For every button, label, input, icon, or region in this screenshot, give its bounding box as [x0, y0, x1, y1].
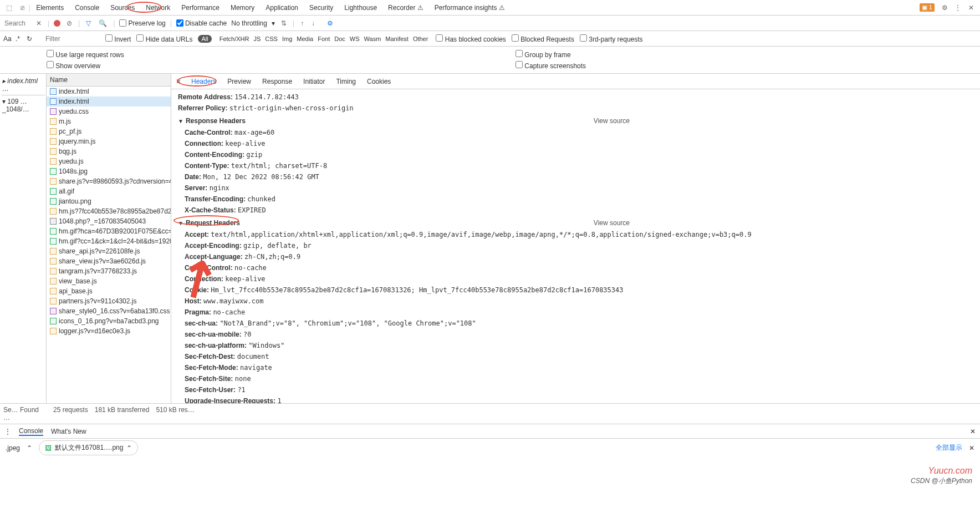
filter-type-other[interactable]: Other	[411, 35, 431, 42]
request-row[interactable]: m.js	[47, 116, 171, 126]
request-headers-section[interactable]: ▼Request HeadersView source	[178, 216, 973, 229]
file-tab[interactable]: ▸ index.html …	[1, 75, 45, 95]
filter-type-media[interactable]: Media	[294, 35, 315, 42]
request-row[interactable]: share.js?v=89860593.js?cdnversion=4641…	[47, 176, 171, 186]
request-row[interactable]: all.gif	[47, 186, 171, 196]
large-rows-checkbox[interactable]: Use large request rows	[47, 49, 507, 60]
match-case-icon[interactable]: Aa	[3, 35, 12, 43]
capture-screenshots-checkbox[interactable]: Capture screenshots	[515, 60, 976, 71]
settings-icon[interactable]: ⚙	[938, 4, 951, 12]
tab-timing[interactable]: Timing	[330, 78, 361, 85]
request-row[interactable]: jquery.min.js	[47, 136, 171, 146]
close-detail-icon[interactable]: ✕	[171, 78, 186, 85]
invert-checkbox[interactable]: Invert	[105, 34, 131, 43]
request-row[interactable]: icons_0_16.png?v=ba7acbd3.png	[47, 316, 171, 326]
filter-icon[interactable]: ▽	[84, 19, 93, 27]
disable-cache-checkbox[interactable]: Disable cache	[176, 19, 227, 27]
view-source-response[interactable]: View source	[594, 117, 630, 125]
clear-icon[interactable]: ⊘	[65, 19, 74, 27]
drawer-close-icon[interactable]: ✕	[970, 428, 976, 435]
request-row[interactable]: hm.gif?hca=467D3B92001F075E&cc=1&c…	[47, 226, 171, 236]
filter-input[interactable]	[44, 34, 100, 44]
tab-sources[interactable]: Sources	[105, 0, 140, 16]
request-row[interactable]: yuedu.js	[47, 156, 171, 166]
request-row[interactable]: view_base.js	[47, 276, 171, 286]
filter-type-img[interactable]: Img	[280, 35, 294, 42]
filter-type-css[interactable]: CSS	[263, 35, 280, 42]
request-row[interactable]: 1048.php?_=1670835405043	[47, 216, 171, 226]
find-icon[interactable]: 🔍	[97, 19, 109, 27]
request-row[interactable]: api_base.js	[47, 286, 171, 296]
network-conditions-icon[interactable]: ⇅	[279, 19, 288, 27]
throttling-select[interactable]: No throttling	[231, 19, 267, 27]
regex-icon[interactable]: .*	[16, 35, 20, 43]
search-input[interactable]	[2, 18, 30, 28]
filter-all[interactable]: All	[198, 35, 211, 43]
request-row[interactable]: index.html	[47, 96, 171, 106]
refresh-icon[interactable]: ↻	[27, 35, 32, 43]
request-row[interactable]: hm.js?7fcc40b553e78c8955a2be87d2c8cf…	[47, 206, 171, 216]
network-settings-icon[interactable]: ⚙	[325, 19, 335, 27]
tab-security[interactable]: Security	[304, 0, 339, 16]
request-row[interactable]: 1048s.jpg	[47, 166, 171, 176]
filter-type-ws[interactable]: WS	[348, 35, 362, 42]
tab-console[interactable]: Console	[69, 0, 105, 16]
drawer-whatsnew[interactable]: What's New	[51, 428, 86, 435]
request-row[interactable]: bqg.js	[47, 146, 171, 156]
device-icon[interactable]: ⎚	[16, 4, 29, 12]
tab-response[interactable]: Response	[257, 78, 298, 85]
request-row[interactable]: yuedu.css	[47, 106, 171, 116]
tab-elements[interactable]: Elements	[30, 0, 69, 16]
filter-type-font[interactable]: Font	[315, 35, 332, 42]
filter-type-manifest[interactable]: Manifest	[383, 35, 411, 42]
tab-headers[interactable]: Headers	[186, 78, 222, 85]
upload-icon[interactable]: ↑	[299, 19, 305, 27]
drawer-console[interactable]: Console	[19, 427, 43, 436]
tab-memory[interactable]: Memory	[225, 0, 260, 16]
download-chip[interactable]: 🖼 默认文件167081….png ⌃	[39, 440, 138, 455]
request-row[interactable]: index.html	[47, 87, 171, 96]
chevron-up-icon[interactable]: ⌃	[27, 444, 32, 452]
preserve-log-checkbox[interactable]: Preserve log	[119, 19, 165, 27]
more-icon[interactable]: ⋮	[951, 4, 964, 12]
inspect-icon[interactable]: ⬚	[2, 4, 16, 12]
request-row[interactable]: pc_pf.js	[47, 126, 171, 136]
request-row[interactable]: hm.gif?cc=1&ck=1&cl=24-bit&ds=1920x…	[47, 236, 171, 246]
drawer-more-icon[interactable]: ⋮	[4, 428, 11, 435]
tab-network[interactable]: Network	[140, 0, 176, 16]
tab-performance[interactable]: Performance	[176, 0, 225, 16]
filter-type-js[interactable]: JS	[251, 35, 263, 42]
third-party-checkbox[interactable]: 3rd-party requests	[580, 34, 643, 43]
request-row[interactable]: share_style0_16.css?v=6aba13f0.css	[47, 306, 171, 316]
show-all-downloads[interactable]: 全部显示	[936, 443, 962, 453]
tab-preview[interactable]: Preview	[222, 78, 257, 85]
group-frame-checkbox[interactable]: Group by frame	[515, 49, 976, 60]
request-row[interactable]: share_view.js?v=3ae6026d.js	[47, 256, 171, 266]
tab-lighthouse[interactable]: Lighthouse	[339, 0, 382, 16]
filter-type-doc[interactable]: Doc	[332, 35, 348, 42]
downloads-close-icon[interactable]: ✕	[969, 444, 974, 452]
request-row[interactable]: jiantou.png	[47, 196, 171, 206]
show-overview-checkbox[interactable]: Show overview	[47, 60, 507, 71]
tab-insights[interactable]: Performance insights ⚠	[429, 0, 511, 16]
view-source-request[interactable]: View source	[594, 219, 630, 227]
tab-recorder[interactable]: Recorder ⚠	[382, 0, 429, 16]
search-close-icon[interactable]: ✕	[34, 19, 43, 27]
download-icon[interactable]: ↓	[310, 19, 317, 27]
tab-application[interactable]: Application	[260, 0, 304, 16]
record-icon[interactable]	[54, 20, 60, 27]
response-headers-section[interactable]: ▼Response HeadersView source	[178, 114, 973, 127]
tab-initiator[interactable]: Initiator	[298, 78, 330, 85]
download-jpeg[interactable]: .jpeg	[6, 444, 20, 452]
request-row[interactable]: logger.js?v=d16ec0e3.js	[47, 326, 171, 336]
filter-type-fetch/xhr[interactable]: Fetch/XHR	[217, 35, 252, 42]
chevron-up-icon[interactable]: ⌃	[126, 444, 132, 452]
request-row[interactable]: tangram.js?v=37768233.js	[47, 266, 171, 276]
issues-badge[interactable]: ▣ 1	[920, 3, 935, 12]
blocked-requests-checkbox[interactable]: Blocked Requests	[512, 34, 574, 43]
hide-data-urls-checkbox[interactable]: Hide data URLs	[136, 34, 192, 43]
blocked-cookies-checkbox[interactable]: Has blocked cookies	[436, 34, 506, 43]
name-column-header[interactable]: Name	[47, 74, 171, 87]
tab-cookies[interactable]: Cookies	[361, 78, 396, 85]
filter-type-wasm[interactable]: Wasm	[362, 35, 384, 42]
